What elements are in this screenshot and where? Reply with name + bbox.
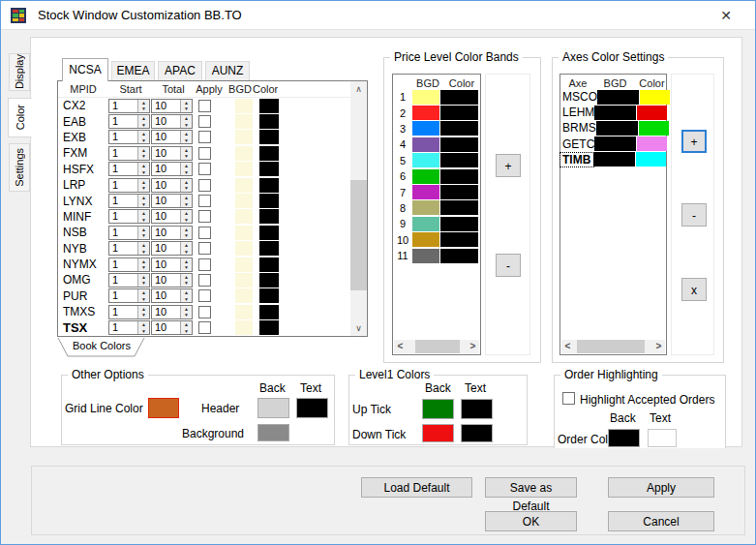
text-color-swatch[interactable] — [636, 152, 666, 167]
axes-remove-button[interactable]: - — [681, 203, 707, 227]
total-spinner[interactable]: 10▲▼ — [151, 241, 193, 256]
bgd-color-swatch[interactable] — [235, 114, 253, 129]
axe-name[interactable]: GETC — [560, 137, 594, 151]
header-back-swatch[interactable] — [257, 398, 289, 418]
total-spinner[interactable]: 10▲▼ — [151, 288, 193, 303]
bgd-color-swatch[interactable] — [235, 146, 253, 161]
start-spinner[interactable]: 1▲▼ — [108, 130, 150, 144]
axe-name[interactable]: BRMS — [560, 121, 596, 135]
bgd-color-swatch[interactable] — [235, 241, 253, 256]
text-color-swatch[interactable] — [440, 121, 478, 136]
bgd-color-swatch[interactable] — [597, 90, 639, 105]
header-text-swatch[interactable] — [296, 398, 328, 418]
spin-down-icon[interactable]: ▼ — [138, 169, 149, 176]
total-spinner[interactable]: 10▲▼ — [151, 99, 193, 113]
save-as-default-button[interactable]: Save as Default — [485, 477, 577, 498]
text-color-swatch[interactable] — [259, 226, 279, 240]
spin-down-icon[interactable]: ▼ — [181, 296, 192, 303]
start-spinner[interactable]: 1▲▼ — [108, 241, 150, 256]
total-spinner[interactable]: 10▲▼ — [151, 209, 193, 224]
spin-down-icon[interactable]: ▼ — [138, 153, 149, 160]
side-tab-display[interactable]: Display — [9, 53, 30, 91]
start-spinner[interactable]: 1▲▼ — [108, 305, 150, 319]
spin-down-icon[interactable]: ▼ — [138, 137, 149, 144]
bgd-color-swatch[interactable] — [412, 200, 439, 215]
axe-name[interactable]: TIMB — [560, 153, 593, 167]
text-color-swatch[interactable] — [259, 305, 279, 319]
text-color-swatch[interactable] — [440, 217, 478, 231]
total-spinner[interactable]: 10▲▼ — [151, 178, 193, 193]
spin-down-icon[interactable]: ▼ — [181, 312, 192, 318]
start-spinner[interactable]: 1▲▼ — [108, 320, 150, 335]
bgd-color-swatch[interactable] — [235, 320, 253, 335]
spin-down-icon[interactable]: ▼ — [138, 280, 149, 287]
tab-aunz[interactable]: AUNZ — [205, 61, 250, 80]
up-tick-back-swatch[interactable] — [422, 399, 454, 419]
ok-button[interactable]: OK — [485, 511, 577, 531]
price-bands-hscrollbar[interactable]: < > — [394, 340, 479, 353]
bgd-color-swatch[interactable] — [594, 106, 636, 120]
up-tick-text-swatch[interactable] — [461, 399, 493, 419]
apply-checkbox[interactable] — [198, 179, 211, 192]
axes-add-button[interactable]: + — [681, 130, 707, 153]
start-spinner[interactable]: 1▲▼ — [108, 162, 150, 176]
bgd-color-swatch[interactable] — [235, 288, 253, 303]
apply-checkbox[interactable] — [198, 210, 211, 223]
apply-checkbox[interactable] — [198, 258, 211, 271]
text-color-swatch[interactable] — [259, 99, 279, 113]
price-remove-button[interactable]: - — [496, 254, 521, 277]
text-color-swatch[interactable] — [259, 178, 279, 193]
axes-delete-button[interactable]: x — [681, 278, 707, 301]
apply-checkbox[interactable] — [198, 242, 211, 255]
start-spinner[interactable]: 1▲▼ — [108, 273, 150, 288]
start-spinner[interactable]: 1▲▼ — [108, 99, 150, 113]
total-spinner[interactable]: 10▲▼ — [151, 257, 193, 272]
side-tab-settings[interactable]: Settings — [9, 143, 30, 192]
scrollbar-thumb[interactable] — [577, 340, 645, 353]
highlight-accepted-orders-checkbox[interactable] — [562, 392, 575, 405]
text-color-swatch[interactable] — [440, 153, 478, 167]
bgd-color-swatch[interactable] — [412, 169, 439, 184]
bgd-color-swatch[interactable] — [235, 226, 253, 240]
bgd-color-swatch[interactable] — [235, 162, 253, 176]
spin-down-icon[interactable]: ▼ — [138, 122, 149, 129]
text-color-swatch[interactable] — [440, 90, 478, 105]
bgd-color-swatch[interactable] — [235, 209, 253, 224]
spin-down-icon[interactable]: ▼ — [181, 264, 192, 271]
total-spinner[interactable]: 10▲▼ — [151, 320, 193, 335]
text-color-swatch[interactable] — [259, 114, 279, 129]
spin-down-icon[interactable]: ▼ — [138, 328, 149, 335]
text-color-swatch[interactable] — [259, 320, 279, 335]
spin-down-icon[interactable]: ▼ — [181, 232, 192, 239]
grid-line-color-swatch[interactable] — [148, 398, 179, 418]
total-spinner[interactable]: 10▲▼ — [151, 146, 193, 161]
down-tick-text-swatch[interactable] — [461, 424, 493, 442]
start-spinner[interactable]: 1▲▼ — [108, 226, 150, 240]
price-add-button[interactable]: + — [496, 154, 521, 177]
apply-checkbox[interactable] — [198, 274, 211, 287]
spin-down-icon[interactable]: ▼ — [181, 217, 192, 224]
apply-checkbox[interactable] — [198, 227, 211, 239]
side-tab-color[interactable]: Color — [8, 98, 32, 137]
bgd-color-swatch[interactable] — [412, 185, 439, 199]
spin-down-icon[interactable]: ▼ — [138, 217, 149, 224]
spin-down-icon[interactable]: ▼ — [138, 249, 149, 256]
start-spinner[interactable]: 1▲▼ — [108, 194, 150, 208]
axe-name[interactable]: LEHM — [560, 106, 594, 119]
bgd-color-swatch[interactable] — [412, 106, 439, 120]
text-color-swatch[interactable] — [259, 241, 279, 256]
text-color-swatch[interactable] — [440, 249, 478, 263]
spin-down-icon[interactable]: ▼ — [138, 106, 149, 112]
apply-checkbox[interactable] — [198, 289, 211, 302]
text-color-swatch[interactable] — [640, 90, 670, 105]
apply-button[interactable]: Apply — [608, 477, 714, 498]
total-spinner[interactable]: 10▲▼ — [151, 226, 193, 240]
bgd-color-swatch[interactable] — [235, 273, 253, 288]
apply-checkbox[interactable] — [198, 131, 211, 143]
text-color-swatch[interactable] — [639, 121, 669, 136]
spin-down-icon[interactable]: ▼ — [181, 280, 192, 287]
bgd-color-swatch[interactable] — [593, 152, 635, 167]
load-default-button[interactable]: Load Default — [361, 477, 472, 498]
start-spinner[interactable]: 1▲▼ — [108, 178, 150, 193]
text-color-swatch[interactable] — [259, 209, 279, 224]
